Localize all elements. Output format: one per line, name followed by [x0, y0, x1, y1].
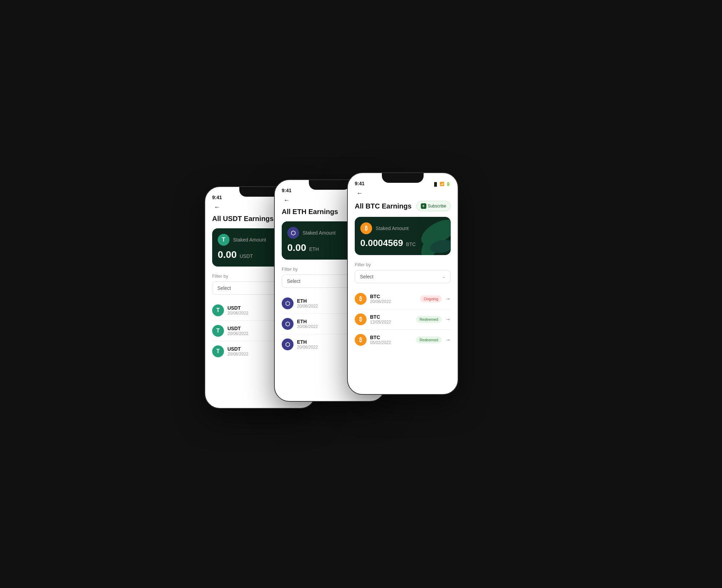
coin-icon-eth-1: ⬡	[282, 297, 294, 309]
status-icons-right: ▐▌ 📶 🔋	[433, 182, 451, 186]
coin-icon-usdt-card: T	[218, 234, 230, 246]
wifi-icon: 📶	[440, 182, 444, 186]
subscribe-button[interactable]: + Subscribe	[416, 201, 451, 211]
status-badge-redeemed-2: Redeemed	[416, 336, 442, 343]
notch-mid	[309, 180, 351, 190]
page-title-right: All BTC Earnings	[355, 202, 411, 210]
arrow-icon-1[interactable]: →	[445, 296, 451, 302]
coin-icon-btc-1: ₿	[355, 293, 367, 305]
filter-select-text-usdt: Select	[217, 285, 231, 291]
staked-label-btc: Staked Amount	[376, 226, 409, 231]
filter-select-text-eth: Select	[287, 278, 300, 284]
signal-icon: ▐▌	[433, 182, 438, 186]
arrow-icon-3[interactable]: →	[445, 337, 451, 343]
list-item-btc-3[interactable]: ₿ BTC 05/02/2022 Redeemed →	[355, 330, 451, 350]
item-info-btc-2: BTC 12/05/2022	[370, 314, 412, 325]
back-button-right[interactable]: ←	[355, 188, 364, 198]
back-arrow-right: ←	[356, 190, 363, 197]
coin-icon-usdt-3: T	[212, 345, 224, 357]
back-button-mid[interactable]: ←	[282, 195, 291, 205]
coin-icon-usdt-1: T	[212, 304, 224, 316]
time-left: 9:41	[212, 195, 222, 200]
item-info-btc-3: BTC 05/02/2022	[370, 335, 412, 345]
page-title-mid: All ETH Earnings	[282, 208, 338, 216]
chevron-down-icon: ⌄	[442, 274, 446, 279]
phones-container: 9:41 ← All USDT Earnings T Staked Amount	[204, 172, 518, 416]
filter-select-text-btc: Select	[360, 274, 374, 279]
coin-icon-btc-card: ₿	[360, 222, 372, 234]
staked-label-usdt: Staked Amount	[233, 237, 266, 243]
coin-icon-btc-3: ₿	[355, 334, 367, 346]
page-title-left: All USDT Earnings	[212, 215, 274, 223]
back-arrow-mid: ←	[283, 197, 290, 204]
subscribe-label: Subscribe	[428, 204, 446, 209]
list-item-btc-1[interactable]: ₿ BTC 20/06/2022 Ongoing →	[355, 289, 451, 309]
arrow-icon-2[interactable]: →	[445, 316, 451, 322]
coin-icon-eth-card: ⬡	[287, 227, 299, 239]
status-badge-redeemed-1: Redeemed	[416, 316, 442, 323]
coin-icon-usdt-2: T	[212, 325, 224, 337]
status-badge-ongoing: Ongoing	[420, 295, 442, 302]
time-mid: 9:41	[282, 188, 291, 193]
back-arrow-left: ←	[214, 204, 220, 211]
coin-icon-eth-2: ⬡	[282, 318, 294, 330]
subscribe-plus-icon: +	[421, 203, 426, 209]
back-button-left[interactable]: ←	[212, 202, 222, 212]
filter-label-btc: Filter by	[355, 262, 451, 267]
staked-label-eth: Staked Amount	[303, 230, 336, 236]
filter-select-btc[interactable]: Select ⌄	[355, 270, 451, 283]
coin-icon-eth-3: ⬡	[282, 338, 294, 350]
leaf-decoration-right	[407, 219, 451, 255]
battery-icon: 🔋	[446, 182, 451, 186]
time-right: 9:41	[355, 181, 364, 186]
list-item-btc-2[interactable]: ₿ BTC 12/05/2022 Redeemed →	[355, 309, 451, 330]
notch-right	[382, 173, 424, 183]
phone-btc: 9:41 ▐▌ 📶 🔋 ← All BTC Earnings + Subscri…	[347, 172, 458, 395]
staked-card-btc: ₿ Staked Amount 0.0004569 BTC	[355, 217, 451, 255]
item-info-btc-1: BTC 20/06/2022	[370, 294, 417, 304]
coin-icon-btc-2: ₿	[355, 313, 367, 325]
page-header-right: All BTC Earnings + Subscribe	[355, 201, 451, 211]
